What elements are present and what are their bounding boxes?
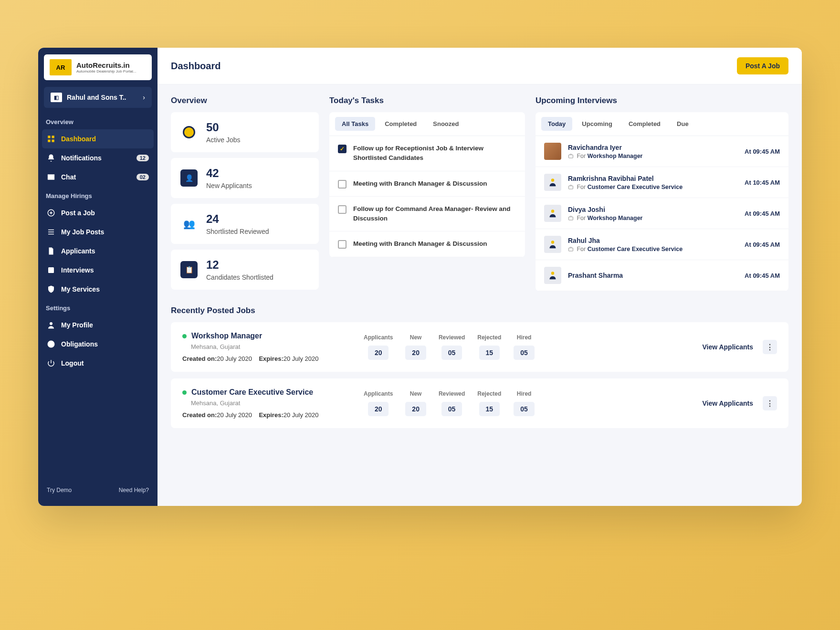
check-square-icon <box>47 266 55 274</box>
task-checkbox[interactable] <box>338 205 346 214</box>
interviews-tab-row: TodayUpcomingCompletedDue <box>536 112 788 136</box>
stat-card[interactable]: 📋 12 Candidates Shortlisted <box>171 250 319 290</box>
sidebar-item-my-profile[interactable]: My Profile <box>38 315 158 335</box>
task-checkbox[interactable] <box>338 240 346 249</box>
job-location: Mehsana, Gujarat <box>191 343 364 350</box>
job-card: Workshop Manager Mehsana, Gujarat Create… <box>171 322 788 372</box>
task-list: ✓ Follow up for Receptionist Job & Inter… <box>329 136 525 257</box>
grid-icon <box>47 135 55 143</box>
sidebar-item-chat[interactable]: Chat 02 <box>38 168 158 187</box>
job-stat-label: Rejected <box>477 390 501 397</box>
svg-point-8 <box>48 341 55 348</box>
job-dates: Created on:20 July 2020 Expires:20 July … <box>182 411 364 419</box>
job-stat: Applicants 20 <box>364 390 393 416</box>
job-title: Workshop Manager <box>191 332 262 340</box>
briefcase-icon <box>568 215 574 221</box>
svg-rect-1 <box>52 136 54 138</box>
interview-item[interactable]: Ramkrishna Ravibhai Patel For Customer C… <box>536 167 788 198</box>
sidebar-item-notifications[interactable]: Notifications 12 <box>38 148 158 168</box>
stat-card[interactable]: 👥 24 Shortlisted Reviewed <box>171 204 319 244</box>
try-demo-link[interactable]: Try Demo <box>47 487 72 494</box>
job-stat-label: Hired <box>514 334 535 341</box>
stat-card[interactable]: 👤 42 New Applicants <box>171 158 319 198</box>
tasks-tab-completed[interactable]: Completed <box>378 117 423 131</box>
overview-title: Overview <box>171 96 319 105</box>
sidebar-item-logout[interactable]: Logout <box>38 354 158 373</box>
briefcase-icon <box>568 184 574 190</box>
sidebar-item-label: My Job Posts <box>61 228 104 236</box>
interview-name: Prashant Sharma <box>568 272 738 279</box>
sidebar-section-label: Manage Hirings <box>38 187 158 203</box>
interview-item[interactable]: Prashant Sharma At 09:45 AM <box>536 260 788 291</box>
interviews-tab-completed[interactable]: Completed <box>622 117 667 131</box>
sidebar-item-badge: 02 <box>136 174 149 180</box>
avatar <box>544 236 561 253</box>
sidebar-item-badge: 12 <box>136 155 149 161</box>
interview-item[interactable]: Ravichandra Iyer For Workshop Manager At… <box>536 136 788 167</box>
stat-value: 42 <box>206 167 252 180</box>
job-menu-button[interactable]: ⋮ <box>763 396 777 410</box>
logo: AR AutoRecruits.in Automobile Dealership… <box>44 54 152 80</box>
org-name: Rahul and Sons T.. <box>67 94 138 101</box>
job-dates: Created on:20 July 2020 Expires:20 July … <box>182 355 364 362</box>
sidebar-item-my-job-posts[interactable]: My Job Posts <box>38 222 158 242</box>
tasks-panel: All TasksCompletedSnoozed ✓ Follow up fo… <box>329 112 525 257</box>
bell-icon <box>47 154 55 162</box>
svg-point-10 <box>551 178 554 181</box>
view-applicants-link[interactable]: View Applicants <box>702 343 753 351</box>
stat-card[interactable]: 50 Active Jobs <box>171 112 319 152</box>
sidebar-item-label: Logout <box>61 359 84 367</box>
sidebar-item-label: My Profile <box>61 321 93 329</box>
sidebar-item-my-services[interactable]: My Services <box>38 280 158 299</box>
svg-rect-2 <box>48 140 50 142</box>
avatar <box>544 174 561 191</box>
interview-for: For Workshop Manager <box>568 215 738 221</box>
job-stat-value: 20 <box>368 346 389 360</box>
tasks-tab-snoozed[interactable]: Snoozed <box>426 117 465 131</box>
job-stat: New 20 <box>405 390 426 416</box>
sidebar-item-interviews[interactable]: Interviews <box>38 261 158 280</box>
interview-item[interactable]: Divya Joshi For Workshop Manager At 09:4… <box>536 198 788 229</box>
interview-time: At 10:45 AM <box>745 179 780 186</box>
task-text: Meeting with Branch Manager & Discussion <box>353 239 487 249</box>
sidebar-item-post-a-job[interactable]: Post a Job <box>38 203 158 222</box>
post-job-button[interactable]: Post A Job <box>737 57 788 74</box>
interviews-tab-due[interactable]: Due <box>670 117 695 131</box>
task-checkbox[interactable]: ✓ <box>338 145 346 153</box>
job-menu-button[interactable]: ⋮ <box>763 340 777 354</box>
avatar <box>544 205 561 222</box>
briefcase-icon <box>568 153 574 159</box>
job-stat-label: New <box>405 390 426 397</box>
org-icon: ◧ <box>51 93 62 102</box>
tasks-column: Today's Tasks All TasksCompletedSnoozed … <box>329 96 525 295</box>
org-selector[interactable]: ◧ Rahul and Sons T.. › <box>44 87 152 108</box>
job-stat-value: 15 <box>479 402 500 416</box>
sidebar-item-dashboard[interactable]: Dashboard <box>42 129 154 148</box>
sidebar-item-applicants[interactable]: Applicants <box>38 242 158 261</box>
list-icon <box>47 228 55 236</box>
view-applicants-link[interactable]: View Applicants <box>702 399 753 407</box>
header: Dashboard Post A Job <box>158 48 802 84</box>
task-text: Follow up for Receptionist Job & Intervi… <box>353 144 516 163</box>
job-stat-label: Applicants <box>364 334 393 341</box>
svg-rect-0 <box>48 136 50 138</box>
info-icon <box>47 340 55 348</box>
task-checkbox[interactable] <box>338 180 346 189</box>
job-stat-label: Hired <box>514 390 535 397</box>
interview-time: At 09:45 AM <box>745 272 780 279</box>
svg-rect-6 <box>48 267 54 273</box>
interview-name: Rahul Jha <box>568 237 738 244</box>
task-item: ✓ Follow up for Receptionist Job & Inter… <box>329 136 525 171</box>
tasks-tab-all-tasks[interactable]: All Tasks <box>335 117 375 131</box>
sidebar-item-label: Applicants <box>61 247 95 255</box>
mail-icon <box>47 173 55 181</box>
interviews-tab-upcoming[interactable]: Upcoming <box>575 117 619 131</box>
interview-item[interactable]: Rahul Jha For Customer Care Executive Se… <box>536 229 788 260</box>
sidebar-item-obligations[interactable]: Obligations <box>38 335 158 354</box>
need-help-link[interactable]: Need Help? <box>119 487 149 494</box>
interview-name: Ramkrishna Ravibhai Patel <box>568 175 738 182</box>
job-stat-label: New <box>405 334 426 341</box>
stat-value: 50 <box>206 121 241 134</box>
interviews-tab-today[interactable]: Today <box>541 117 572 131</box>
job-card: Customer Care Executive Service Mehsana,… <box>171 378 788 428</box>
